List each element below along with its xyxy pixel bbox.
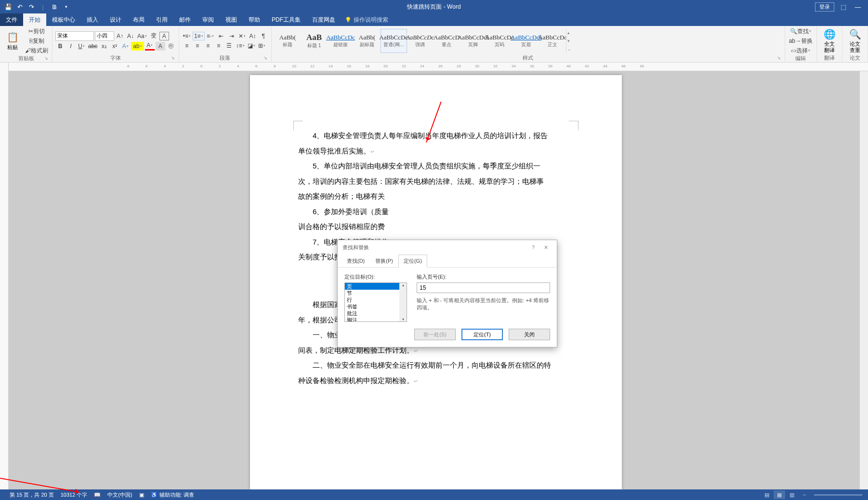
enclose-char-button[interactable]: ㊕ — [166, 42, 176, 51]
tab-goto[interactable]: 定位(G) — [398, 255, 427, 268]
styles-more-icon[interactable]: ⌄ — [567, 47, 571, 51]
tab-view[interactable]: 视图 — [220, 13, 243, 26]
tab-insert[interactable]: 插入 — [81, 13, 104, 26]
phonetic-guide-button[interactable]: 变 — [149, 32, 158, 40]
login-button[interactable]: 登录 — [815, 2, 834, 12]
macro-icon[interactable]: ▣ — [139, 492, 144, 498]
spell-check-icon[interactable]: 📖 — [94, 492, 101, 498]
page-number-input[interactable] — [417, 282, 550, 293]
bold-button[interactable]: B — [55, 42, 65, 51]
redo-icon[interactable]: ↷ — [26, 1, 37, 12]
tab-find[interactable]: 查找(D) — [342, 255, 370, 267]
style-tile[interactable]: AaBb(副标题 — [354, 29, 381, 53]
paragraph-dialog-icon[interactable]: ↘ — [263, 55, 267, 60]
grow-font-button[interactable]: A↑ — [115, 32, 125, 40]
tab-templates[interactable]: 模板中心 — [46, 13, 81, 26]
print-preview-icon[interactable]: 🗎 — [49, 1, 60, 12]
char-shading-button[interactable]: A — [156, 42, 165, 51]
tab-mailings[interactable]: 邮件 — [173, 13, 197, 26]
horizontal-ruler[interactable]: 8642024681012141618202224262830323436384… — [13, 63, 868, 71]
word-count[interactable]: 10312 个字 — [61, 491, 88, 499]
language[interactable]: 中文(中国) — [107, 491, 132, 499]
dialog-close-icon[interactable]: ✕ — [539, 244, 552, 251]
tab-design[interactable]: 设计 — [104, 13, 127, 26]
underline-button[interactable]: U — [77, 42, 86, 51]
style-tile[interactable]: AaBb(标题 — [275, 29, 301, 53]
shading-button[interactable]: ◪ — [247, 41, 256, 50]
list-item[interactable]: 页 — [345, 283, 407, 290]
style-tile[interactable]: AaBbCcDc正文 — [539, 29, 566, 53]
styles-more-icon[interactable]: ▾ — [567, 38, 571, 43]
print-layout-icon[interactable]: ▦ — [774, 490, 785, 499]
char-border-button[interactable]: A — [159, 32, 169, 40]
style-tile[interactable]: AaBbCcDc强调 — [407, 29, 434, 53]
ribbon-options-icon[interactable]: ⬚ — [838, 3, 849, 11]
list-item[interactable]: 节 — [345, 290, 407, 296]
font-size-combo[interactable] — [95, 31, 114, 41]
sort-button[interactable]: A↕ — [248, 32, 258, 40]
align-right-button[interactable]: ≡ — [203, 41, 213, 50]
subscript-button[interactable]: x₂ — [99, 42, 109, 51]
style-tile[interactable]: AaBbCcDdl页脚 — [460, 29, 487, 53]
goto-button[interactable]: 定位(T) — [461, 329, 503, 340]
cut-button[interactable]: ✂ 剪切 — [24, 27, 49, 36]
page-count[interactable]: 第 15 页，共 20 页 — [10, 491, 54, 499]
select-button[interactable]: ▭ 选择 — [788, 46, 814, 55]
accessibility[interactable]: ♿ 辅助功能: 调查 — [151, 491, 194, 499]
paste-button[interactable]: 📋 粘贴 — [3, 27, 22, 54]
replace-button[interactable]: ab→ 替换 — [788, 37, 814, 45]
clipboard-dialog-icon[interactable]: ↘ — [44, 56, 48, 61]
italic-button[interactable]: I — [66, 42, 76, 51]
tab-file[interactable]: 文件 — [0, 13, 23, 26]
vertical-ruler[interactable] — [0, 63, 9, 489]
goto-target-listbox[interactable]: 页 节 行 书签 批注 脚注 ▴▾ — [344, 282, 407, 322]
zoom-out-icon[interactable]: − — [799, 490, 810, 499]
style-tile[interactable]: AaBbCcDdl页眉 — [513, 29, 539, 53]
list-item[interactable]: 脚注 — [345, 317, 407, 322]
minimize-icon[interactable]: — — [853, 3, 863, 11]
asian-layout-button[interactable]: ✕ — [237, 32, 247, 40]
save-icon[interactable]: 💾 — [3, 1, 13, 12]
style-tile[interactable]: AaBbCcDc页码 — [487, 29, 513, 53]
styles-gallery[interactable]: AaBb(标题AaB标题 1AaBbCcDc超链接AaBb(副标题AaBbCcD… — [275, 27, 782, 54]
increase-indent-button[interactable]: ⇥ — [227, 32, 237, 40]
strikethrough-button[interactable]: abc — [87, 42, 98, 51]
tab-references[interactable]: 引用 — [150, 13, 173, 26]
web-layout-icon[interactable]: ▥ — [786, 490, 798, 499]
undo-icon[interactable]: ↶ — [14, 1, 25, 12]
show-marks-button[interactable]: ¶ — [259, 32, 268, 40]
tab-help[interactable]: 帮助 — [243, 13, 266, 26]
styles-more-icon[interactable]: ▴ — [567, 30, 571, 35]
qat-more-icon[interactable]: ▾ — [61, 1, 71, 12]
justify-button[interactable]: ≡ — [214, 41, 224, 50]
font-dialog-icon[interactable]: ↘ — [171, 55, 175, 60]
decrease-indent-button[interactable]: ⇤ — [216, 32, 226, 40]
borders-button[interactable]: ⊞ — [257, 41, 267, 50]
list-item[interactable]: 批注 — [345, 310, 407, 317]
list-item[interactable]: 行 — [345, 296, 407, 303]
tab-pdf[interactable]: PDF工具集 — [266, 13, 306, 26]
font-color-button[interactable]: A — [145, 42, 155, 51]
superscript-button[interactable]: x² — [110, 42, 119, 51]
vertical-scrollbar[interactable] — [859, 71, 868, 489]
shrink-font-button[interactable]: A↓ — [126, 32, 135, 40]
align-center-button[interactable]: ≡ — [193, 41, 202, 50]
find-button[interactable]: 🔍 查找 — [788, 27, 814, 36]
tab-review[interactable]: 审阅 — [197, 13, 220, 26]
copy-button[interactable]: ⎘ 复制 — [24, 37, 49, 45]
distribute-button[interactable]: ☰ — [224, 41, 234, 50]
tab-baidu[interactable]: 百度网盘 — [306, 13, 341, 26]
tab-replace[interactable]: 替换(P) — [370, 255, 398, 267]
styles-dialog-icon[interactable]: ↘ — [777, 55, 781, 60]
style-tile[interactable]: AaB标题 1 — [301, 29, 328, 53]
tell-me-search[interactable]: 操作说明搜索 — [341, 13, 392, 26]
bullets-button[interactable]: •≡ — [182, 32, 192, 40]
full-translate-button[interactable]: 🌐 全文 翻译 — [820, 27, 839, 54]
read-mode-icon[interactable]: ▤ — [761, 490, 773, 499]
tab-layout[interactable]: 布局 — [127, 13, 150, 26]
previous-button[interactable]: 前一处(S) — [414, 329, 456, 340]
dialog-help-icon[interactable]: ? — [527, 244, 539, 250]
close-button[interactable]: 关闭 — [509, 329, 550, 340]
font-name-combo[interactable] — [55, 31, 94, 41]
text-effects-button[interactable]: A — [120, 42, 130, 51]
